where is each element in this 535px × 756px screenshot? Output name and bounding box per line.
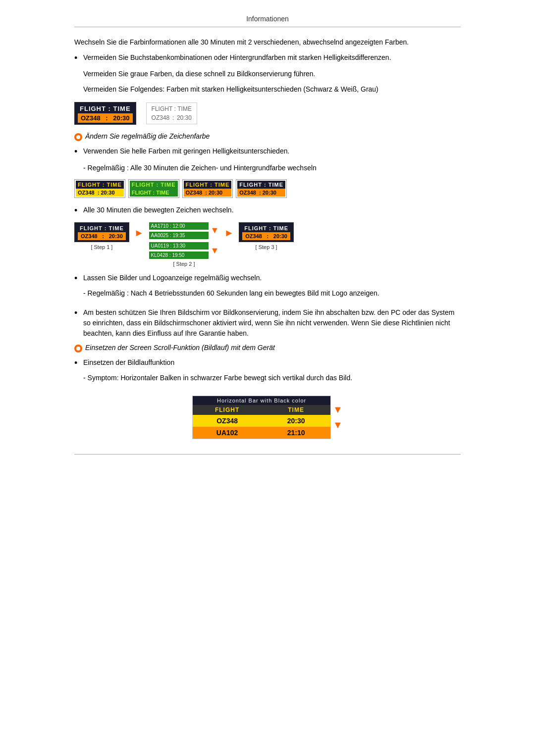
v1-data: OZ348 : 20:30 xyxy=(76,189,124,197)
bullet-item-6: • Einsetzen der Bildlauffunktion - Sympt… xyxy=(74,357,461,388)
bullet-item-2: • Verwenden Sie helle Farben mit geringe… xyxy=(74,146,461,157)
sub-text-2: Vermeiden Sie Folgendes: Farben mit star… xyxy=(83,84,461,95)
bullet-dot-4: • xyxy=(74,273,83,284)
bullet-text-2: Verwenden Sie helle Farben mit geringen … xyxy=(83,146,461,156)
dark-header-flight: FLIGHT xyxy=(80,105,106,112)
step2-texts: AA1710 : 12:00 AA0025 : 19:35 UA0119 : 1… xyxy=(149,222,209,259)
dark-box-data: OZ348 : 20:30 xyxy=(78,113,133,123)
step1-data: OZ348 : 20:30 xyxy=(78,232,126,240)
bullet-item-4: • Lassen Sie Bilder und Logoanzeige rege… xyxy=(74,273,461,302)
step2-content: AA1710 : 12:00 AA0025 : 19:35 UA0119 : 1… xyxy=(149,222,219,259)
para1: Wechseln Sie die Farbinformationen alle … xyxy=(74,37,461,48)
v1-header: FLIGHT : TIME xyxy=(76,181,124,189)
step2-arrows: ▼ ▼ xyxy=(211,225,219,256)
color-variants-row: FLIGHT : TIME OZ348 : 20:30 FLIGHT : TIM… xyxy=(74,179,461,198)
bullet-item-3: • Alle 30 Minuten die bewegten Zeichen w… xyxy=(74,205,461,216)
light-header-time: TIME xyxy=(177,105,192,112)
step3-flight-box: FLIGHT : TIME OZ348 : 20:30 xyxy=(239,222,294,242)
step-1-box: FLIGHT : TIME OZ348 : 20:30 [ Step 1 ] xyxy=(74,222,129,250)
bullet-text-5: Am besten schützen Sie Ihren Bildschirm … xyxy=(83,307,461,339)
v2-header: FLIGHT : TIME xyxy=(130,181,178,189)
v4-data: OZ348 : 20:30 xyxy=(237,189,285,197)
bullet-dot-6: • xyxy=(74,357,83,369)
light-header-flight: FLIGHT xyxy=(152,105,173,112)
step3-header: FLIGHT : TIME xyxy=(242,224,290,232)
scroll-header-time: TIME xyxy=(262,405,330,415)
orange-heading-text-2: Einsetzen der Screen Scroll-Funktion (Bi… xyxy=(85,344,275,352)
bullet-dot-5: • xyxy=(74,307,83,319)
bullet-content-6: Einsetzen der Bildlauffunktion - Symptom… xyxy=(83,357,461,388)
scroll-data-row2: UA102 21:10 xyxy=(193,427,330,439)
dark-header-time: TIME xyxy=(113,105,131,112)
orange-heading-text-1: Ändern Sie regelmäßig die Zeichenfarbe xyxy=(85,132,210,140)
dark-header-colon: : xyxy=(106,105,113,112)
step2-row4: KL0428 : 19:50 xyxy=(149,252,209,259)
bullet-item-5: • Am besten schützen Sie Ihren Bildschir… xyxy=(74,307,461,339)
bullet-item-1: • Vermeiden Sie Buchstabenkombinationen … xyxy=(74,52,461,64)
step3-label: [ Step 3 ] xyxy=(256,244,277,250)
steps-row: FLIGHT : TIME OZ348 : 20:30 [ Step 1 ] ► xyxy=(74,222,461,267)
step-2-box: AA1710 : 12:00 AA0025 : 19:35 UA0119 : 1… xyxy=(149,222,219,267)
scroll-row2-flight: UA102 xyxy=(193,427,262,439)
sub-text-1: Vermeiden Sie graue Farben, da diese sch… xyxy=(83,69,461,79)
bullet-dot-3: • xyxy=(74,205,83,216)
v3-data: OZ348 : 20:30 xyxy=(184,189,232,197)
step2-row1: AA1710 : 12:00 xyxy=(149,222,209,230)
light-box-data: OZ348 : 20:30 xyxy=(150,113,194,122)
scroll-arrows: ▼ ▼ xyxy=(333,404,343,431)
dark-box-header: FLIGHT : TIME xyxy=(78,104,133,113)
scroll-demo: Horizontal Bar with Black color FLIGHT T… xyxy=(192,396,331,439)
bullet-text-1: Vermeiden Sie Buchstabenkombinationen od… xyxy=(83,52,461,63)
arrow-1-right: ► xyxy=(134,222,144,239)
variant-box-3: FLIGHT : TIME OZ348 : 20:30 xyxy=(182,179,233,198)
orange-circle-1 xyxy=(74,133,82,141)
step2-row2: AA0025 : 19:35 xyxy=(149,232,209,239)
step2-label: [ Step 2 ] xyxy=(173,261,195,267)
scroll-data-row1: OZ348 20:30 xyxy=(193,415,330,427)
light-header-colon: : xyxy=(172,105,177,112)
bullet-dot-2: • xyxy=(74,146,83,157)
page-footer xyxy=(74,454,461,458)
scroll-demo-wrapper: Horizontal Bar with Black color FLIGHT T… xyxy=(192,396,343,439)
light-data-colon: : xyxy=(171,114,176,121)
dark-data-flight: OZ348 xyxy=(81,114,101,122)
variant-box-2: FLIGHT : TIME FLIGHT : TIME xyxy=(128,179,179,198)
bullet-text-3: Alle 30 Minuten die bewegten Zeichen wec… xyxy=(83,205,461,215)
v2-data: FLIGHT : TIME xyxy=(130,189,178,197)
step1-header: FLIGHT : TIME xyxy=(78,224,126,232)
v3-header: FLIGHT : TIME xyxy=(184,181,232,189)
flight-box-dark: FLIGHT : TIME OZ348 : 20:30 xyxy=(74,102,136,125)
variant-box-1: FLIGHT : TIME OZ348 : 20:30 xyxy=(74,179,125,198)
v4-header: FLIGHT : TIME xyxy=(237,181,285,189)
light-data-flight: OZ348 xyxy=(152,114,170,121)
step3-data: OZ348 : 20:30 xyxy=(242,232,290,240)
step2-row3: UA0119 : 13:30 xyxy=(149,242,209,250)
dark-data-time: 20:30 xyxy=(113,114,129,122)
step1-flight-box: FLIGHT : TIME OZ348 : 20:30 xyxy=(74,222,129,242)
orange-heading-2: Einsetzen der Screen Scroll-Funktion (Bi… xyxy=(74,344,461,353)
page-container: Informationen Wechseln Sie die Farbinfor… xyxy=(54,0,481,473)
light-box-header: FLIGHT : TIME xyxy=(150,104,194,113)
step1-label: [ Step 1 ] xyxy=(91,244,112,250)
orange-circle-2 xyxy=(74,345,82,353)
step-3-box: FLIGHT : TIME OZ348 : 20:30 [ Step 3 ] xyxy=(239,222,294,250)
bullet-dot-1: • xyxy=(74,52,83,64)
light-data-time: 20:30 xyxy=(177,114,192,121)
scroll-row1-flight: OZ348 xyxy=(193,415,262,427)
dark-data-colon: : xyxy=(104,114,110,122)
scroll-header-flight: FLIGHT xyxy=(193,405,262,415)
sub-text-3: - Regelmäßig : Alle 30 Minuten die Zeich… xyxy=(83,163,461,173)
flight-box-light: FLIGHT : TIME OZ348 : 20:30 xyxy=(146,102,197,124)
bullet-content-4: Lassen Sie Bilder und Logoanzeige regelm… xyxy=(83,273,461,302)
variant-box-4: FLIGHT : TIME OZ348 : 20:30 xyxy=(236,179,287,198)
orange-heading-1: Ändern Sie regelmäßig die Zeichenfarbe xyxy=(74,132,461,141)
scroll-demo-title: Horizontal Bar with Black color xyxy=(193,396,330,405)
scroll-row2-time: 21:10 xyxy=(262,427,330,439)
page-title: Informationen xyxy=(74,15,461,27)
scroll-demo-header: FLIGHT TIME xyxy=(193,405,330,415)
scroll-demo-container: Horizontal Bar with Black color FLIGHT T… xyxy=(74,396,461,439)
arrow-2-right: ► xyxy=(224,222,234,239)
demo-boxes-row: FLIGHT : TIME OZ348 : 20:30 FLIGHT : TIM… xyxy=(74,102,461,125)
scroll-row1-time: 20:30 xyxy=(262,415,330,427)
